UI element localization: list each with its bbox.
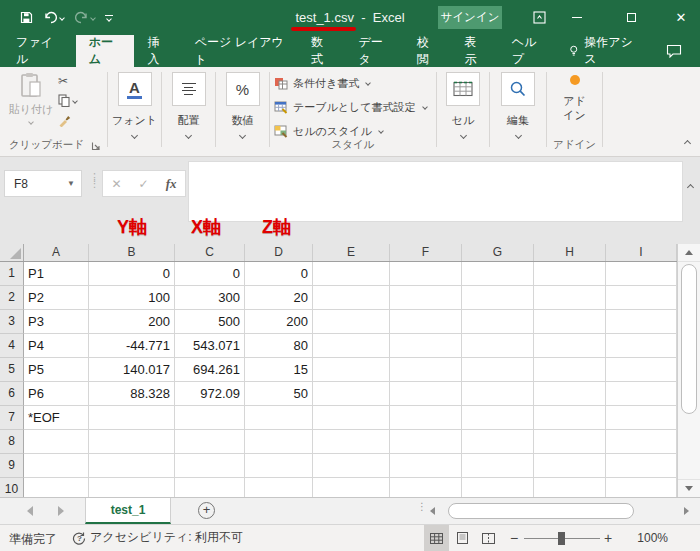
cell-F8[interactable] [390, 430, 462, 454]
cell-C3[interactable]: 500 [175, 310, 245, 334]
cancel-entry-icon[interactable]: ✕ [112, 177, 122, 191]
conditional-formatting-button[interactable]: 条件付き書式 [274, 71, 427, 95]
column-header-E[interactable]: E [313, 244, 390, 261]
cell-I3[interactable] [606, 310, 677, 334]
cell-D8[interactable] [245, 430, 313, 454]
paste-dropdown-icon[interactable] [28, 119, 34, 125]
formula-input[interactable] [188, 161, 683, 222]
cell-F2[interactable] [390, 286, 462, 310]
cell-G1[interactable] [462, 262, 534, 286]
cell-I4[interactable] [606, 334, 677, 358]
formula-bar-drag-handle[interactable]: ⋮⋮ [89, 174, 100, 186]
cell-I9[interactable] [606, 454, 677, 478]
tab-view[interactable]: 表示 [451, 35, 498, 67]
cell-B5[interactable]: 140.017 [89, 358, 175, 382]
new-sheet-button[interactable]: + [198, 502, 215, 519]
copy-button[interactable] [58, 93, 77, 108]
scroll-up-button[interactable] [678, 244, 700, 262]
cell-I2[interactable] [606, 286, 677, 310]
tab-review[interactable]: 校閲 [404, 35, 451, 67]
cell-B6[interactable]: 88.328 [89, 382, 175, 406]
cell-I7[interactable] [606, 406, 677, 430]
minimize-button[interactable] [560, 0, 594, 35]
cell-A8[interactable] [24, 430, 89, 454]
cell-C1[interactable]: 0 [175, 262, 245, 286]
scroll-right-icon[interactable] [684, 507, 689, 515]
page-break-preview-button[interactable] [476, 525, 501, 551]
cell-D2[interactable]: 20 [245, 286, 313, 310]
cell-B2[interactable]: 100 [89, 286, 175, 310]
cell-E1[interactable] [313, 262, 390, 286]
cell-D7[interactable] [245, 406, 313, 430]
cut-button[interactable]: ✂ [58, 73, 77, 88]
cell-D6[interactable]: 50 [245, 382, 313, 406]
cell-F4[interactable] [390, 334, 462, 358]
cell-I5[interactable] [606, 358, 677, 382]
cell-D5[interactable]: 15 [245, 358, 313, 382]
cell-H2[interactable] [534, 286, 606, 310]
cell-H6[interactable] [534, 382, 606, 406]
name-box[interactable]: F8 ▼ [4, 170, 82, 197]
cell-H7[interactable] [534, 406, 606, 430]
column-header-G[interactable]: G [462, 244, 534, 261]
scroll-down-button[interactable] [678, 479, 700, 497]
cell-C6[interactable]: 972.09 [175, 382, 245, 406]
format-as-table-button[interactable]: テーブルとして書式設定 [274, 95, 427, 119]
cell-H3[interactable] [534, 310, 606, 334]
sign-in-button[interactable]: サインイン [438, 6, 502, 29]
cell-F1[interactable] [390, 262, 462, 286]
cell-C5[interactable]: 694.261 [175, 358, 245, 382]
name-box-dropdown-icon[interactable]: ▼ [67, 179, 75, 188]
scroll-left-icon[interactable] [430, 507, 435, 515]
cell-I10[interactable] [606, 478, 677, 497]
cell-E10[interactable] [313, 478, 390, 497]
cell-G8[interactable] [462, 430, 534, 454]
copy-dropdown-icon[interactable] [72, 98, 78, 104]
row-header-7[interactable]: 7 [0, 406, 24, 430]
cell-G3[interactable] [462, 310, 534, 334]
cell-C7[interactable] [175, 406, 245, 430]
cell-A5[interactable]: P5 [24, 358, 89, 382]
next-sheet-icon[interactable] [58, 506, 64, 516]
cell-A10[interactable] [24, 478, 89, 497]
column-header-H[interactable]: H [534, 244, 606, 261]
cell-F5[interactable] [390, 358, 462, 382]
column-header-A[interactable]: A [24, 244, 89, 261]
collapse-formula-bar-icon[interactable] [687, 184, 694, 191]
cell-E9[interactable] [313, 454, 390, 478]
cell-B7[interactable] [89, 406, 175, 430]
cell-H8[interactable] [534, 430, 606, 454]
cell-F7[interactable] [390, 406, 462, 430]
cell-I1[interactable] [606, 262, 677, 286]
row-header-10[interactable]: 10 [0, 478, 24, 497]
cell-E4[interactable] [313, 334, 390, 358]
cell-B4[interactable]: -44.771 [89, 334, 175, 358]
cell-G7[interactable] [462, 406, 534, 430]
cell-H10[interactable] [534, 478, 606, 497]
cell-D10[interactable] [245, 478, 313, 497]
row-header-4[interactable]: 4 [0, 334, 24, 358]
cell-G5[interactable] [462, 358, 534, 382]
cell-E2[interactable] [313, 286, 390, 310]
confirm-entry-icon[interactable]: ✓ [139, 177, 149, 191]
cell-G6[interactable] [462, 382, 534, 406]
column-header-B[interactable]: B [89, 244, 175, 261]
cell-C2[interactable]: 300 [175, 286, 245, 310]
tab-page-layout[interactable]: ページ レイアウト [182, 35, 298, 67]
cell-C8[interactable] [175, 430, 245, 454]
tab-help[interactable]: ヘルプ [499, 35, 558, 67]
clipboard-dialog-launcher[interactable] [91, 141, 101, 151]
cell-C4[interactable]: 543.071 [175, 334, 245, 358]
tab-insert[interactable]: 挿入 [134, 35, 181, 67]
cell-E5[interactable] [313, 358, 390, 382]
cell-E6[interactable] [313, 382, 390, 406]
collapse-ribbon-icon[interactable] [684, 140, 691, 147]
sheet-tab-test_1[interactable]: test_1 [85, 498, 171, 524]
font-group-button[interactable]: A フォント [108, 67, 161, 156]
ribbon-display-options-button[interactable] [522, 0, 556, 35]
horizontal-scrollbar-handle[interactable]: ⋮ [417, 505, 427, 509]
select-all-corner[interactable] [0, 244, 24, 261]
maximize-button[interactable] [614, 0, 648, 35]
cells-group-button[interactable]: セル [437, 67, 489, 156]
accessibility-status[interactable]: ? アクセシビリティ: 利用不可 [72, 529, 243, 546]
